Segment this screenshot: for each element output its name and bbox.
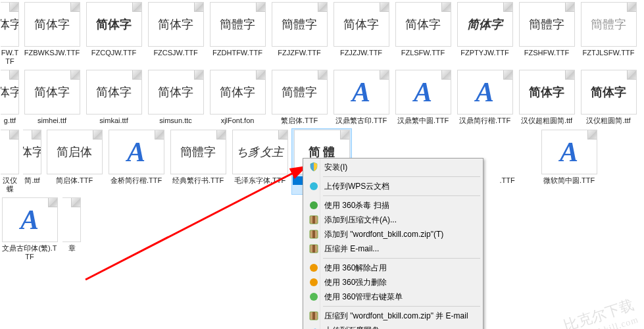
- font-file-item[interactable]: A微软简中圆.TTF: [539, 129, 599, 194]
- font-file-item[interactable]: 简体字simsun.ttc: [146, 69, 205, 126]
- page-fold-icon: [132, 3, 141, 12]
- svg-point-0: [310, 182, 318, 190]
- page-fold-icon: [380, 3, 389, 12]
- page-fold-icon: [9, 3, 18, 12]
- menu-item[interactable]: 使用 360杀毒 扫描: [305, 198, 482, 213]
- font-file-item[interactable]: 简体字汉仪粗圆简.ttf: [579, 69, 638, 126]
- del-icon: [308, 276, 320, 288]
- font-thumbnail: 简体字: [148, 70, 204, 114]
- page-fold-icon: [503, 3, 512, 12]
- font-file-item[interactable]: 简体字FZBWKSJW.TTF: [22, 1, 82, 66]
- font-file-item[interactable]: 簡體字FZSHFW.TTF: [517, 1, 576, 66]
- menu-item[interactable]: 使用 360管理右键菜单: [305, 290, 482, 304]
- menu-item[interactable]: 压缩到 "wordfont_bkill.com.zip" 并 E-mail: [305, 309, 482, 323]
- menu-item-label: 使用 360强力删除: [324, 277, 387, 288]
- font-file-item[interactable]: 簡體字FZJZFW.TTF: [270, 1, 329, 66]
- menu-item[interactable]: 使用 360强力删除: [305, 275, 482, 290]
- font-file-item[interactable]: 体字g.ttf: [0, 69, 20, 126]
- page-fold-icon: [132, 70, 141, 80]
- font-thumbnail: 简体字: [457, 2, 513, 47]
- page-fold-icon: [380, 70, 389, 80]
- menu-item-label: 压缩到 "wordfont_bkill.com.zip" 并 E-mail: [324, 311, 468, 322]
- font-file-item[interactable]: 简体字FZJZJW.TTF: [332, 1, 391, 66]
- font-file-item[interactable]: 简体字simhei.ttf: [22, 69, 82, 126]
- font-preview-text: 简体字: [467, 16, 503, 32]
- page-fold-icon: [155, 130, 164, 139]
- font-thumbnail: 簡體字: [210, 2, 266, 47]
- font-file-item[interactable]: 简体字FZLSFW.TTF: [393, 1, 453, 66]
- page-fold-icon: [318, 70, 327, 80]
- font-preview-text: A: [127, 136, 145, 168]
- font-file-item[interactable]: 体字FW.TTF: [0, 1, 20, 66]
- file-name: 金桥简行楷.TTF: [107, 176, 165, 185]
- font-file-item[interactable]: 简体字汉仪超粗圆简.ttf: [517, 69, 576, 126]
- file-name: .TTF: [478, 176, 536, 185]
- font-thumbnail: 体字: [23, 130, 41, 174]
- menu-item[interactable]: 上传到WPS云文档: [305, 179, 482, 193]
- font-file-item[interactable]: A金桥简行楷.TTF: [107, 129, 166, 194]
- font-thumbnail: 簡體字: [581, 2, 637, 47]
- font-preview-text: 简体字: [405, 16, 441, 32]
- font-preview-text: A: [476, 76, 494, 108]
- font-file-item[interactable]: 汉仪蝶: [0, 129, 20, 194]
- rar-icon: [308, 243, 320, 255]
- font-file-item[interactable]: 简体字xjlFont.fon: [208, 69, 267, 126]
- font-file-item[interactable]: A汉鼎繁中圆.TTF: [393, 69, 453, 126]
- font-file-item[interactable]: A汉鼎繁古印.TTF: [332, 69, 391, 126]
- font-preview-text: 简体字: [343, 16, 379, 32]
- font-file-item[interactable]: 簡體字FZDHTFW.TTF: [208, 1, 267, 66]
- font-file-item[interactable]: 简體字繁启体.TTF: [270, 69, 329, 126]
- font-thumbnail: 简启体: [47, 130, 103, 174]
- font-thumbnail: 简体字: [519, 70, 575, 114]
- font-thumbnail: 简體字: [272, 70, 328, 114]
- font-file-item[interactable]: 簡體字经典繁行书.TTF: [168, 129, 228, 194]
- font-thumbnail: 簡體字: [519, 2, 575, 47]
- page-fold-icon: [71, 198, 80, 207]
- file-name: FZDHTFW.TTF: [209, 49, 266, 57]
- font-file-item[interactable]: 简体字FZCQJW.TTF: [84, 1, 143, 66]
- file-name: FZCQJW.TTF: [85, 49, 143, 57]
- font-thumbnail: 简体字: [334, 2, 389, 47]
- font-thumbnail: A: [2, 197, 58, 242]
- font-thumbnail: [1, 130, 19, 174]
- page-fold-icon: [340, 130, 349, 139]
- menu-item[interactable]: 上传到百度网盘: [305, 323, 482, 329]
- font-file-item[interactable]: 簡體字FZTJLSFW.TTF: [579, 1, 638, 66]
- file-name: FZPTYJW.TTF: [456, 49, 514, 57]
- font-preview-text: 简体字: [158, 16, 193, 32]
- font-file-item[interactable]: ち豸攵主毛泽东字体.TTF: [230, 129, 289, 194]
- font-file-item[interactable]: 简体字FZCSJW.TTF: [146, 1, 205, 66]
- file-name: FZLSFW.TTF: [394, 49, 452, 57]
- menu-item[interactable]: 安装(I): [305, 160, 482, 174]
- file-name: 汉仪蝶: [1, 176, 19, 193]
- menu-separator: [323, 258, 480, 259]
- font-file-item[interactable]: 简启体简启体.TTF: [45, 129, 104, 194]
- font-file-item[interactable]: A汉鼎简行楷.TTF: [455, 69, 514, 126]
- menu-item[interactable]: 添加到压缩文件(A)...: [305, 213, 482, 227]
- font-file-item[interactable]: 简体字simkai.ttf: [84, 69, 143, 126]
- svg-rect-5: [312, 230, 315, 238]
- menu-item[interactable]: 压缩并 E-mail...: [305, 241, 482, 256]
- menu-item-label: 压缩并 E-mail...: [324, 243, 379, 255]
- font-preview-text: 体字: [23, 144, 41, 160]
- file-name: 汉鼎繁中圆.TTF: [394, 116, 452, 125]
- menu-item-label: 添加到压缩文件(A)...: [324, 215, 397, 226]
- font-preview-text: 簡體字: [591, 16, 626, 32]
- menu-item[interactable]: 使用 360解除占用: [305, 261, 482, 275]
- font-preview-text: 簡體字: [220, 16, 255, 32]
- font-file-item[interactable]: A文鼎古印体(繁).TTF: [0, 197, 59, 262]
- page-fold-icon: [587, 130, 597, 139]
- font-file-item[interactable]: .TTF: [478, 129, 537, 194]
- menu-item-label: 上传到百度网盘: [324, 325, 380, 330]
- svg-rect-12: [312, 312, 315, 320]
- font-file-item[interactable]: 章: [62, 197, 82, 262]
- menu-item[interactable]: 添加到 "wordfont_bkill.com.zip"(T): [305, 227, 482, 241]
- file-name: 汉仪超粗圆简.ttf: [518, 116, 576, 125]
- svg-point-1: [310, 201, 318, 209]
- svg-rect-7: [312, 245, 315, 253]
- font-file-item[interactable]: 体字简.ttf: [22, 129, 42, 194]
- page-fold-icon: [503, 70, 512, 80]
- font-file-item[interactable]: 简体字FZPTYJW.TTF: [455, 1, 514, 66]
- file-name: FZSHFW.TTF: [518, 49, 576, 57]
- font-preview-text: 简 體: [309, 144, 335, 160]
